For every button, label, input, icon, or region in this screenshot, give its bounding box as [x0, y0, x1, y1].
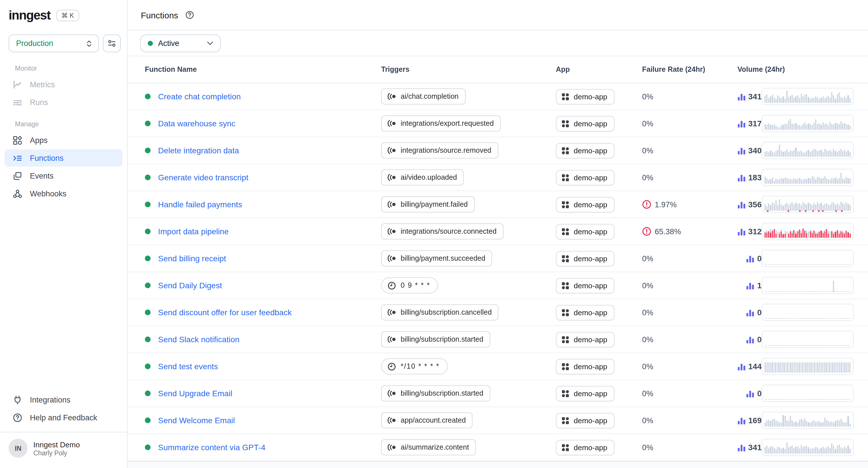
sidebar-item-functions[interactable]: Functions [5, 149, 122, 167]
function-name-link[interactable]: Send Upgrade Email [158, 389, 232, 398]
event-trigger-icon [387, 200, 396, 208]
sidebar-item-apps[interactable]: Apps [5, 132, 122, 149]
sidebar-item-label: Functions [30, 154, 64, 162]
nav-section-monitor: Monitor [5, 65, 122, 75]
function-name-link[interactable]: Send Welcome Email [158, 416, 235, 425]
volume-bars-icon [737, 120, 745, 127]
function-name-link[interactable]: Generate video transcript [158, 173, 248, 182]
cron-clock-icon [388, 362, 396, 371]
app-badge[interactable]: demo-app [556, 332, 614, 347]
volume-cell: 169 [693, 416, 762, 425]
table-row: Delete integration data integrations/sou… [128, 137, 868, 164]
function-name-link[interactable]: Send discount offer for user feedback [158, 308, 292, 317]
volume-sparkline [762, 277, 854, 294]
failure-rate-cell: 0% [642, 335, 693, 344]
trigger-value: billing/payment.succeeded [401, 255, 486, 262]
environment-selector[interactable]: Production [9, 34, 99, 52]
volume-cell: 1 [693, 281, 762, 290]
app-name: demo-app [574, 200, 607, 209]
trigger-value: 0 9 * * * [401, 281, 430, 290]
function-name-link[interactable]: Send Slack notification [158, 335, 240, 344]
help-icon[interactable] [185, 10, 194, 20]
volume-cell: 0 [693, 308, 762, 317]
event-trigger-icon [387, 443, 396, 452]
app-badge[interactable]: demo-app [556, 412, 614, 428]
function-name-link[interactable]: Send test events [158, 362, 218, 371]
sidebar-item-label: Events [30, 171, 54, 180]
app-badge[interactable]: demo-app [556, 250, 614, 266]
sidebar-item-help[interactable]: Help and Feedback [5, 409, 122, 426]
app-badge[interactable]: demo-app [556, 440, 614, 455]
environment-settings-button[interactable] [103, 34, 121, 52]
app-name: demo-app [574, 308, 607, 317]
function-name-link[interactable]: Handle failed payments [158, 200, 242, 209]
trigger-badge: integrations/source.connected [381, 223, 503, 239]
function-name-link[interactable]: Data warehouse sync [158, 119, 236, 128]
app-badge[interactable]: demo-app [556, 386, 614, 401]
table-row: Send Slack notification billing/subscrip… [128, 326, 868, 353]
trigger-badge: app/account.created [381, 412, 473, 428]
table-row: Summarize content via GPT-4 ai/summarize… [128, 434, 868, 461]
table-row: Send Welcome Email app/account.created d… [128, 407, 868, 434]
app-grid-icon [562, 255, 569, 262]
app-badge[interactable]: demo-app [556, 197, 614, 212]
failure-rate-value: 0% [642, 362, 653, 371]
app-badge[interactable]: demo-app [556, 89, 614, 104]
table-row: Handle failed payments billing/payment.f… [128, 191, 868, 218]
app-badge[interactable]: demo-app [556, 305, 614, 320]
app-badge[interactable]: demo-app [556, 278, 614, 293]
app-badge[interactable]: demo-app [556, 116, 614, 131]
function-name-link[interactable]: Summarize content via GPT-4 [158, 443, 266, 452]
function-name-link[interactable]: Send Daily Digest [158, 281, 222, 290]
sidebar-item-events[interactable]: Events [5, 167, 122, 184]
table-row: Generate video transcript ai/video.uploa… [128, 164, 868, 191]
volume-sparkline [762, 358, 854, 375]
sidebar-item-webhooks[interactable]: Webhooks [5, 185, 122, 202]
event-trigger-icon [387, 308, 396, 316]
volume-sparkline [762, 169, 854, 186]
sidebar-footer: Integrations Help and Feedback IN Innges… [0, 391, 127, 468]
chevron-up-down-icon [86, 39, 93, 47]
cron-clock-icon [388, 281, 396, 290]
function-name-link[interactable]: Delete integration data [158, 146, 239, 155]
failure-rate-value: 0% [642, 335, 653, 344]
function-active-dot [145, 121, 151, 126]
function-active-dot [145, 147, 151, 153]
app-name: demo-app [574, 227, 607, 236]
events-icon [13, 171, 23, 180]
function-active-dot [145, 229, 151, 234]
app-badge[interactable]: demo-app [556, 224, 614, 239]
sidebar-item-label: Webhooks [30, 189, 66, 198]
failure-rate-value: 0% [642, 254, 653, 263]
user-menu[interactable]: IN Inngest Demo Charly Poly [5, 432, 122, 465]
trigger-value: ai/summarize.content [401, 443, 469, 452]
command-icon: ⌘ [61, 13, 68, 19]
app-grid-icon [562, 444, 569, 451]
table-row: Send Daily Digest 0 9 * * * demo-app [128, 272, 868, 299]
volume-sparkline [762, 304, 854, 321]
function-name-link[interactable]: Send billing receipt [158, 254, 226, 263]
failure-rate-value: 0% [642, 308, 653, 317]
trigger-badge: billing/subscription.started [381, 331, 490, 347]
function-name-link[interactable]: Import data pipeline [158, 227, 229, 236]
app-grid-icon [562, 363, 569, 370]
app-badge[interactable]: demo-app [556, 143, 614, 158]
volume-bars-icon [737, 201, 745, 208]
app-grid-icon [562, 390, 569, 397]
function-name-link[interactable]: Create chat completion [158, 92, 241, 101]
col-header-function-name: Function Name [145, 65, 381, 73]
col-header-volume: Volume (24hr) [693, 65, 854, 73]
sidebar-item-integrations[interactable]: Integrations [5, 391, 122, 408]
sidebar-item-metrics[interactable]: Metrics [5, 76, 122, 93]
trigger-badge: billing/payment.succeeded [381, 250, 492, 266]
failure-rate-value: 0% [642, 173, 653, 182]
app-badge[interactable]: demo-app [556, 359, 614, 374]
app-badge[interactable]: demo-app [556, 170, 614, 185]
command-k-shortcut[interactable]: ⌘K [56, 10, 79, 22]
apps-icon [13, 135, 23, 145]
sidebar-item-runs[interactable]: Runs [5, 94, 122, 111]
status-filter-select[interactable]: Active [140, 34, 221, 52]
col-header-failure-rate: Failure Rate (24hr) [642, 65, 693, 73]
failure-rate-cell: 0% [642, 92, 693, 101]
trigger-value: app/account.created [401, 416, 466, 424]
